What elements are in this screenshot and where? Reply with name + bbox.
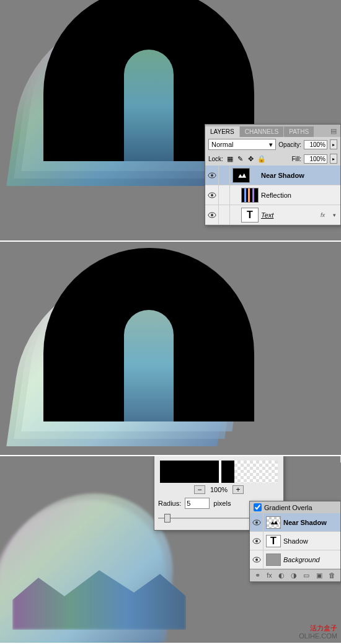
panel-tabs: LAYERS CHANNELS PATHS ▤ [205, 125, 340, 137]
canvas-section-2 [0, 240, 341, 455]
adjustment-icon[interactable]: ◑ [291, 571, 297, 580]
link-cell[interactable] [219, 165, 230, 185]
new-layer-icon[interactable]: ▣ [316, 571, 322, 580]
svg-point-1 [211, 174, 213, 177]
blend-mode-select[interactable]: Normal▾ [208, 139, 276, 150]
zoom-out-button[interactable]: − [194, 485, 205, 494]
svg-point-9 [255, 540, 258, 542]
layer-row[interactable]: T Shadow [250, 532, 340, 550]
zoom-value: 100% [210, 486, 228, 493]
layer-name[interactable]: Background [283, 556, 340, 563]
layer-thumbnail[interactable] [266, 516, 281, 529]
opacity-arrow-icon[interactable]: ▸ [330, 139, 337, 149]
opacity-value[interactable]: 100% [304, 140, 327, 149]
fx-icon[interactable]: fx [267, 571, 272, 580]
lock-icons: ▦ ✎ ✥ 🔒 [226, 155, 266, 163]
tab-layers[interactable]: LAYERS [205, 126, 239, 137]
fx-badge[interactable]: fx [321, 212, 333, 218]
slider-thumb[interactable] [164, 514, 170, 523]
lock-move-icon[interactable]: ✥ [247, 155, 255, 163]
gradient-overlay-effect[interactable]: Gradient Overla [250, 501, 340, 513]
layer-list: Near Shadow Reflection T Text fx ▾ [205, 165, 340, 225]
radius-unit: pixels [213, 500, 231, 507]
visibility-icon[interactable] [205, 205, 219, 224]
lock-transparency-icon[interactable]: ▦ [226, 155, 234, 163]
visibility-icon[interactable] [250, 550, 264, 568]
layer-row[interactable]: Background [250, 550, 340, 569]
zoom-in-button[interactable]: + [232, 485, 244, 494]
layer-thumbnail[interactable]: T [266, 535, 281, 547]
effect-checkbox[interactable] [254, 503, 262, 511]
layer-row[interactable]: Reflection [205, 185, 340, 205]
layer-name[interactable]: Near Shadow [283, 519, 340, 526]
layer-name[interactable]: Text [261, 211, 321, 219]
folder-icon[interactable]: ▭ [303, 571, 309, 580]
chevron-down-icon[interactable]: ▾ [333, 212, 340, 218]
visibility-icon[interactable] [205, 165, 219, 185]
visibility-icon[interactable] [250, 513, 264, 531]
layer-row[interactable]: Near Shadow [205, 165, 340, 185]
layer-thumbnail[interactable] [241, 188, 259, 203]
layer-name[interactable]: Near Shadow [261, 172, 340, 179]
layers-panel-2: Gradient Overla Near Shadow T Shadow Bac… [249, 501, 341, 582]
radius-label: Radius: [158, 500, 181, 507]
canvas-section-3: − 100% + Radius: pixels verla Gradient O… [0, 455, 341, 643]
svg-point-3 [211, 194, 213, 196]
panel-menu-icon[interactable]: ▤ [327, 125, 340, 137]
layer-name[interactable]: Shadow [283, 537, 340, 545]
tab-channels[interactable]: CHANNELS [240, 126, 283, 137]
layer-name[interactable]: Reflection [261, 192, 340, 199]
watermark: 活力盒子 OLIHE.COM [299, 624, 337, 640]
chevron-down-icon: ▾ [269, 141, 273, 149]
link-cell[interactable] [219, 205, 230, 224]
layers-panel: LAYERS CHANNELS PATHS ▤ Normal▾ Opacity:… [205, 124, 341, 226]
radius-input[interactable] [185, 498, 210, 509]
lock-paint-icon[interactable]: ✎ [236, 155, 245, 163]
layer-thumbnail[interactable] [232, 168, 250, 183]
fill-label: Fill: [291, 156, 301, 162]
canvas-section-1: LAYERS CHANNELS PATHS ▤ Normal▾ Opacity:… [0, 0, 341, 240]
svg-point-7 [255, 521, 258, 524]
link-cell[interactable] [219, 185, 230, 205]
layer-row[interactable]: Near Shadow [250, 513, 340, 532]
svg-point-5 [211, 214, 213, 216]
layer-thumbnail[interactable] [266, 554, 281, 566]
visibility-icon[interactable] [205, 185, 219, 205]
effect-label: Gradient Overla [264, 504, 312, 511]
mask-icon[interactable]: ◐ [278, 571, 285, 580]
opacity-label: Opacity: [278, 141, 301, 148]
svg-point-11 [255, 558, 258, 561]
trash-icon[interactable]: 🗑 [329, 571, 335, 580]
layer-panel-footer: ⚭ fx ◐ ◑ ▭ ▣ 🗑 [250, 569, 340, 581]
fill-arrow-icon[interactable]: ▸ [330, 154, 337, 164]
fill-value[interactable]: 100% [304, 154, 327, 164]
blur-preview [160, 461, 278, 483]
tab-paths[interactable]: PATHS [284, 126, 314, 137]
layer-row[interactable]: T Text fx ▾ [205, 205, 340, 225]
link-layers-icon[interactable]: ⚭ [255, 571, 260, 580]
lock-all-icon[interactable]: 🔒 [257, 155, 266, 163]
layer-thumbnail[interactable]: T [241, 208, 259, 223]
visibility-icon[interactable] [250, 532, 264, 550]
lock-label: Lock: [208, 156, 223, 162]
